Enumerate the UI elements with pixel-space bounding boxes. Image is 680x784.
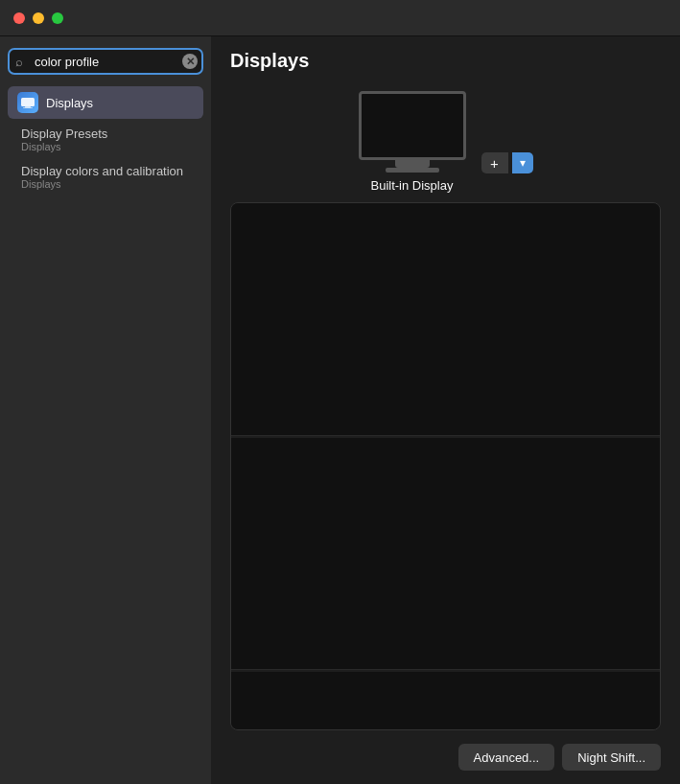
add-display-button[interactable]: + bbox=[481, 152, 508, 173]
titlebar bbox=[0, 0, 680, 36]
svg-rect-0 bbox=[21, 98, 35, 106]
content-header: Displays bbox=[211, 36, 680, 81]
advanced-button[interactable]: Advanced... bbox=[458, 744, 555, 771]
monitor-stand bbox=[395, 160, 430, 168]
main-layout: ⌕ ✕ Displays Display Presets Displays Di… bbox=[0, 36, 680, 784]
display-controls: + ▾ bbox=[481, 152, 533, 193]
monitor-screen bbox=[359, 91, 466, 160]
display-name-label: Built-in Display bbox=[371, 178, 454, 193]
display-preview-section: Built-in Display + ▾ bbox=[211, 81, 680, 202]
panel-row-1 bbox=[231, 203, 660, 436]
search-input[interactable] bbox=[8, 48, 203, 75]
monitor-base bbox=[386, 168, 439, 173]
bottom-buttons: Advanced... Night Shift... bbox=[211, 730, 680, 784]
sidebar-item-display-colors[interactable]: Display colors and calibration Displays bbox=[8, 160, 203, 194]
maximize-button[interactable] bbox=[52, 12, 63, 24]
content-area: Displays Built-in Display + ▾ bbox=[211, 36, 680, 784]
sidebar: ⌕ ✕ Displays Display Presets Displays Di… bbox=[0, 36, 211, 784]
displays-label: Displays bbox=[46, 96, 93, 110]
svg-rect-2 bbox=[23, 107, 33, 108]
display-colors-title: Display colors and calibration bbox=[21, 164, 194, 178]
minimize-button[interactable] bbox=[33, 12, 44, 24]
sidebar-item-displays[interactable]: Displays bbox=[8, 86, 203, 119]
panels-area bbox=[230, 202, 661, 730]
monitor-graphic bbox=[359, 91, 466, 173]
panel-row-3 bbox=[231, 672, 660, 729]
page-title: Displays bbox=[230, 50, 309, 72]
display-presets-title: Display Presets bbox=[21, 127, 194, 141]
display-dropdown-button[interactable]: ▾ bbox=[512, 152, 533, 173]
display-presets-parent: Displays bbox=[21, 141, 194, 152]
search-wrapper: ⌕ ✕ bbox=[8, 48, 203, 75]
display-colors-parent: Displays bbox=[21, 178, 194, 190]
display-preview: Built-in Display bbox=[359, 91, 466, 193]
night-shift-button[interactable]: Night Shift... bbox=[562, 744, 661, 771]
displays-icon bbox=[17, 92, 38, 113]
close-button[interactable] bbox=[13, 12, 25, 24]
panel-row-2 bbox=[231, 438, 660, 671]
sidebar-item-display-presets[interactable]: Display Presets Displays bbox=[8, 123, 203, 156]
clear-search-button[interactable]: ✕ bbox=[182, 54, 198, 69]
